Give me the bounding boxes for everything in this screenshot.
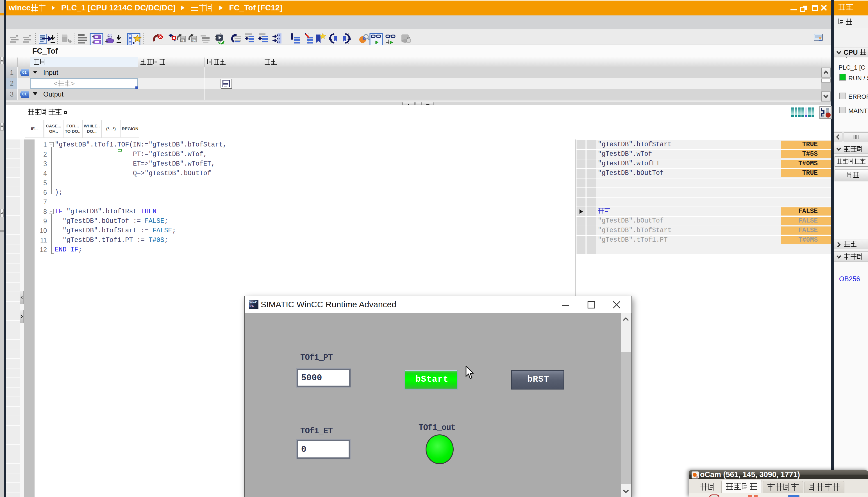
svg-text:01: 01: [192, 40, 195, 42]
svg-text:01: 01: [181, 40, 183, 42]
